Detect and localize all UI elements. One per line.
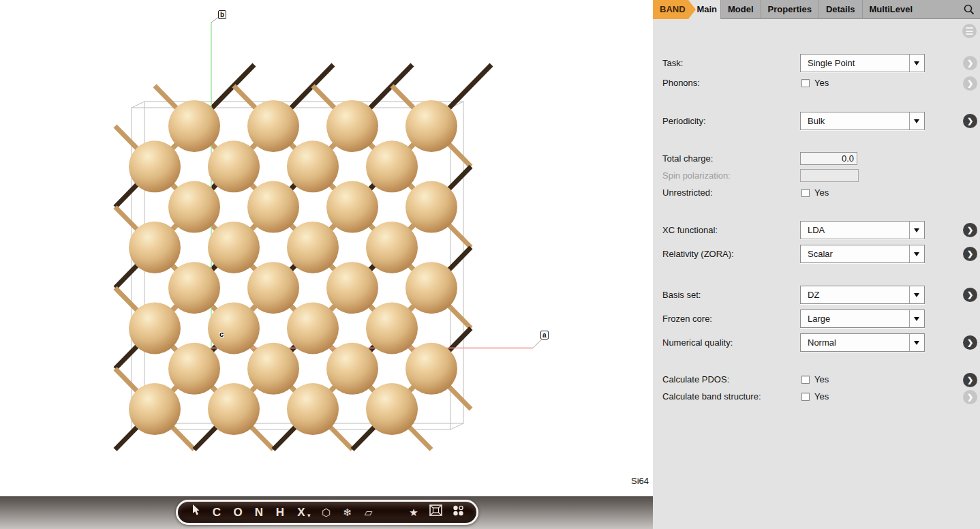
element-n-button[interactable]: N: [254, 502, 264, 523]
element-c-button[interactable]: C: [211, 502, 222, 523]
si-atom[interactable]: [129, 140, 181, 192]
periodicity-dropdown[interactable]: Bulk: [800, 112, 925, 130]
si-atom[interactable]: [287, 383, 339, 435]
basis-set-dropdown[interactable]: DZ: [800, 286, 925, 304]
si-atom[interactable]: [168, 181, 220, 233]
si-atom[interactable]: [208, 140, 260, 192]
relativity-dropdown[interactable]: Scalar: [800, 245, 925, 263]
tab-multilevel[interactable]: MultiLevel: [862, 0, 920, 19]
tab-details[interactable]: Details: [818, 0, 862, 19]
si-atom[interactable]: [168, 100, 220, 152]
task-detail-button[interactable]: ❯: [963, 56, 977, 70]
si-atom[interactable]: [247, 181, 299, 233]
molecules-dots-icon[interactable]: [453, 502, 464, 523]
viewer-bottom-bar: C O N H X ▾ ⬡ ❄ ▱ ★: [0, 496, 653, 529]
si-atom[interactable]: [405, 100, 457, 152]
calculate-band-structure-label: Calculate band structure:: [662, 391, 761, 402]
crystal-tool-icon[interactable]: ❄: [342, 502, 353, 523]
periodicity-detail-button[interactable]: ❯: [963, 114, 977, 128]
axis-c-label: c: [218, 331, 225, 338]
dropdown-arrow-icon[interactable]: [909, 286, 924, 303]
calculate-pdos-checkbox[interactable]: [801, 376, 810, 384]
si-atom[interactable]: [326, 181, 378, 233]
element-x-button[interactable]: X ▾: [296, 502, 311, 523]
frozen-core-dropdown[interactable]: Large: [800, 309, 925, 328]
si-atom[interactable]: [326, 100, 378, 152]
pointer-tool-icon[interactable]: [190, 502, 201, 523]
total-charge-input[interactable]: [800, 152, 857, 165]
dropdown-arrow-icon[interactable]: [909, 55, 924, 72]
search-icon[interactable]: [963, 3, 975, 16]
si-atom[interactable]: [405, 262, 457, 314]
phonons-checkbox-group: Yes: [801, 78, 829, 89]
si-atom[interactable]: [129, 222, 181, 273]
dropdown-arrow-icon[interactable]: [909, 334, 924, 351]
unrestricted-checkbox-group: Yes: [801, 187, 829, 198]
si-atom[interactable]: [208, 303, 260, 354]
favorites-star-icon[interactable]: ★: [408, 502, 419, 523]
phonons-label: Phonons:: [662, 78, 700, 89]
si-atom[interactable]: [247, 100, 299, 152]
perspective-box-icon[interactable]: [429, 502, 442, 523]
phonons-checkbox[interactable]: [801, 79, 810, 87]
calculate-band-structure-detail-button[interactable]: ❯: [963, 390, 977, 404]
si-atom[interactable]: [366, 303, 418, 354]
si-atom[interactable]: [366, 222, 418, 273]
field-relativity: Relativity (ZORA): Scalar ❯: [653, 245, 980, 263]
calculate-band-structure-checkbox-group: Yes: [801, 391, 829, 402]
calculate-pdos-checkbox-label: Yes: [814, 374, 829, 385]
panel-menu-icon[interactable]: [962, 24, 977, 38]
dropdown-arrow-icon[interactable]: [909, 245, 924, 262]
tab-properties[interactable]: Properties: [761, 0, 818, 19]
si-atom[interactable]: [168, 262, 220, 314]
si-atom[interactable]: [405, 343, 457, 395]
field-periodicity: Periodicity: Bulk ❯: [653, 112, 980, 130]
dropdown-arrow-icon[interactable]: [909, 112, 924, 130]
relativity-detail-button[interactable]: ❯: [963, 247, 977, 261]
ring-tool-icon[interactable]: ⬡: [321, 502, 332, 523]
xc-functional-detail-button[interactable]: ❯: [963, 223, 977, 237]
xc-functional-dropdown[interactable]: LDA: [800, 221, 925, 239]
dropdown-arrow-icon[interactable]: [909, 222, 924, 239]
field-unrestricted: Unrestricted: Yes: [653, 187, 980, 198]
si-atom[interactable]: [247, 343, 299, 395]
si-atom[interactable]: [287, 303, 339, 354]
numerical-quality-dropdown[interactable]: Normal: [800, 333, 925, 352]
calculate-pdos-label: Calculate PDOS:: [662, 374, 729, 385]
tab-model[interactable]: Model: [720, 0, 761, 19]
plane-tool-icon[interactable]: ▱: [363, 502, 374, 523]
app-window: b c a Si64 C O N H X ▾ ⬡ ❄ ▱ ★: [0, 0, 980, 529]
task-value: Single Point: [801, 55, 909, 72]
si-atom[interactable]: [405, 181, 457, 233]
task-dropdown[interactable]: Single Point: [800, 54, 925, 72]
unrestricted-checkbox-label: Yes: [814, 187, 829, 198]
si-atom[interactable]: [208, 222, 260, 273]
si-atom[interactable]: [326, 343, 378, 395]
molecule-viewer[interactable]: b c a Si64 C O N H X ▾ ⬡ ❄ ▱ ★: [0, 0, 653, 529]
si-atom[interactable]: [129, 383, 181, 435]
si-atom[interactable]: [247, 262, 299, 314]
si-atom[interactable]: [326, 262, 378, 314]
tab-band[interactable]: BAND: [653, 0, 696, 19]
calculate-band-structure-checkbox[interactable]: [801, 393, 810, 401]
molecule-scene[interactable]: [0, 0, 653, 496]
si-atom[interactable]: [287, 222, 339, 273]
calculate-pdos-detail-button[interactable]: ❯: [963, 373, 977, 387]
element-h-button[interactable]: H: [275, 502, 286, 523]
si-atom[interactable]: [287, 140, 339, 192]
element-x-dropdown-icon[interactable]: ▾: [307, 508, 311, 523]
si-atom[interactable]: [168, 343, 220, 395]
unrestricted-checkbox[interactable]: [801, 189, 810, 197]
xc-functional-label: XC functional:: [662, 221, 718, 239]
element-o-button[interactable]: O: [232, 502, 243, 523]
si-atom[interactable]: [208, 383, 260, 435]
si-atom[interactable]: [129, 303, 181, 354]
unrestricted-label: Unrestricted:: [662, 187, 713, 198]
si-atom[interactable]: [366, 140, 418, 192]
toolbar-reflection: [183, 526, 472, 529]
phonons-detail-button[interactable]: ❯: [963, 76, 977, 91]
dropdown-arrow-icon[interactable]: [909, 310, 924, 327]
si-atom[interactable]: [366, 383, 418, 435]
basis-set-detail-button[interactable]: ❯: [963, 288, 977, 302]
numerical-quality-detail-button[interactable]: ❯: [963, 335, 977, 350]
